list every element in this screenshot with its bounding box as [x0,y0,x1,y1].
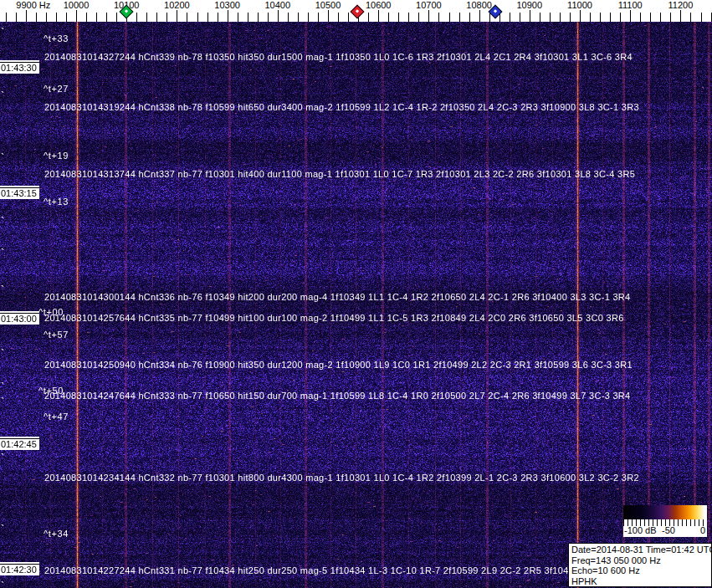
time-axis-label: 01:43:00 [0,313,39,325]
detection-log-line: 20140831014227244 hCnt331 nb-77 f10434 h… [44,565,607,575]
freq-major-tick [530,10,530,22]
detection-log-line: 20140831014234144 hCnt332 nb-77 f10301 h… [44,473,639,483]
freq-axis-label: 10500 [315,0,341,10]
freq-minor-tick [46,13,47,22]
freq-minor-tick [408,13,409,22]
freq-minor-tick [6,13,7,22]
freq-minor-tick [248,13,248,22]
freq-minor-tick [16,13,17,22]
detection-log-line: 20140831014247644 hCnt333 nb-77 f10650 h… [44,391,631,401]
freq-minor-tick [308,13,309,22]
freq-major-tick [580,10,581,22]
freq-minor-tick [36,13,37,22]
event-time-marker: ^t+13 [44,197,69,207]
freq-minor-tick [187,13,187,22]
freq-minor-tick [418,13,419,22]
freq-major-tick [630,10,631,22]
freq-axis-label: 10800 [466,0,492,10]
freq-axis-label: 11000 [567,0,592,10]
colorbar-label-max: 0 [700,525,705,535]
freq-minor-tick [510,13,510,22]
freq-minor-tick [540,13,540,22]
freq-minor-tick [268,13,269,22]
edge-tick-mark: ` [1,288,4,293]
edge-tick-mark: ` [1,584,4,588]
freq-minor-tick [96,13,97,22]
edge-tick-mark: ` [1,94,4,99]
freq-minor-tick [66,13,67,22]
event-time-marker: ^t+47 [44,412,69,422]
info-date-time: Date=2014-08-31 Time=01:42 UTC [571,545,711,555]
freq-minor-tick [398,13,399,22]
freq-minor-tick [288,13,289,22]
freq-minor-tick [146,13,147,22]
freq-minor-tick [610,13,611,22]
freq-axis-label: 11200 [668,0,694,10]
frequency-axis-ruler[interactable]: 9900 Hz100001010010200103001040010500106… [0,0,712,22]
freq-major-tick [177,10,177,22]
freq-minor-tick [207,13,208,22]
info-station: HPHK [571,576,711,587]
freq-major-tick [328,10,329,22]
freq-axis-label: 11100 [618,0,643,10]
freq-minor-tick [238,13,238,22]
event-time-marker: ^t+34 [44,529,69,539]
freq-minor-tick [197,13,198,22]
freq-minor-tick [218,13,218,22]
freq-minor-tick [156,13,157,22]
freq-minor-tick [560,13,561,22]
freq-major-tick [428,10,429,22]
event-time-marker: ^t+50 [38,386,64,396]
freq-minor-tick [438,13,439,22]
colorbar-label-mid: -50 [662,525,675,535]
edge-tick-mark: ` [1,251,4,256]
freq-major-tick [26,10,27,22]
freq-minor-tick [660,13,661,22]
freq-major-tick [76,10,77,22]
freq-axis-label: 10000 [64,0,90,10]
freq-minor-tick [106,13,107,22]
freq-minor-tick [56,13,57,22]
edge-tick-mark: ` [1,30,4,35]
freq-axis-label: 10600 [366,0,392,10]
freq-axis-label: 10900 [517,0,543,10]
time-axis-label: 01:42:30 [0,564,39,575]
freq-minor-tick [520,13,520,22]
spectrogram-app: 9900 Hz100001010010200103001040010500106… [0,0,712,588]
freq-minor-tick [711,13,712,22]
colorbar-label-min: -100 dB [624,525,657,535]
freq-minor-tick [166,13,167,22]
detection-log-line: 20140831014327244 hCnt339 nb-78 f10350 h… [44,52,633,62]
freq-minor-tick [449,13,450,22]
freq-minor-tick [590,13,591,22]
freq-major-tick [680,10,681,22]
freq-axis-label: 10700 [416,0,442,10]
freq-minor-tick [701,13,702,22]
event-time-marker: ^t+19 [44,151,69,161]
freq-minor-tick [620,13,621,22]
freq-minor-tick [570,13,571,22]
edge-tick-mark: ` [1,456,4,461]
db-colorbar: -100 dB -50 0 [623,505,707,537]
freq-minor-tick [86,13,87,22]
detection-log-line: 20140831014319244 hCnt338 nb-78 f10599 h… [44,102,639,112]
freq-minor-tick [690,13,691,22]
edge-tick-mark: ` [1,385,4,390]
edge-tick-mark: ` [1,156,4,161]
freq-marker-red[interactable] [351,5,365,19]
event-time-marker: ^t+27 [44,84,69,94]
freq-minor-tick [670,13,671,22]
freq-minor-tick [388,13,389,22]
freq-major-tick [479,10,480,22]
freq-major-tick [228,10,228,22]
freq-minor-tick [459,13,460,22]
freq-minor-tick [116,13,117,22]
edge-tick-mark: ` [1,400,4,405]
event-time-marker: ^t+00 [38,307,64,317]
freq-minor-tick [136,13,137,22]
freq-axis-label: 10200 [164,0,190,10]
time-axis-label: 01:42:45 [0,438,39,450]
colorbar-gradient [623,505,707,519]
info-frequency: Freq=143 050 000 Hz [571,555,711,566]
freq-minor-tick [550,13,551,22]
